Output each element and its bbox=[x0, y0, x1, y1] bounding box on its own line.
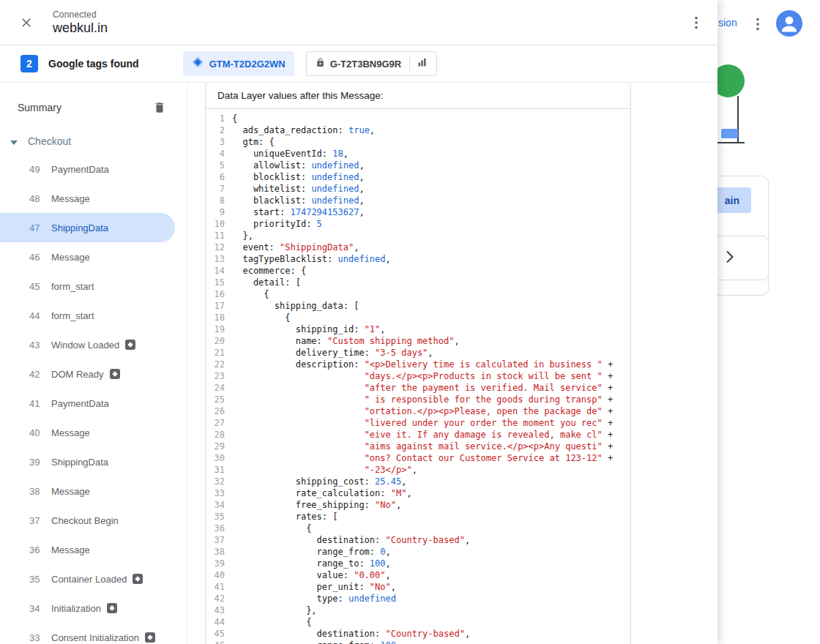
code-line: uniqueEventId: 18, bbox=[232, 148, 630, 160]
code-viewer[interactable]: 1{2 ads_data_redaction: true,3 gtm: {4 u… bbox=[206, 109, 630, 644]
event-label: Message bbox=[51, 544, 90, 555]
overlay-body: Summary Checkout 49PaymentData48Message4… bbox=[0, 83, 718, 644]
sidebar-event-item[interactable]: 41PaymentData bbox=[0, 389, 175, 418]
line-number: 41 bbox=[206, 581, 232, 593]
gtm-event-badge-icon bbox=[110, 369, 120, 379]
avatar[interactable] bbox=[776, 10, 802, 37]
panel-title: Data Layer values after this Message: bbox=[206, 83, 630, 109]
sidebar-event-item[interactable]: 34Initialization bbox=[0, 594, 175, 623]
line-number: 28 bbox=[206, 429, 232, 441]
code-line: detail: [ bbox=[232, 277, 630, 288]
code-line: delivery_time: "3-5 days", bbox=[232, 347, 630, 359]
event-number: 44 bbox=[29, 310, 48, 321]
chip-divider bbox=[409, 56, 410, 71]
connection-block: Connected webkul.in bbox=[53, 10, 108, 36]
illustration-blue-chip bbox=[721, 129, 738, 138]
event-number: 39 bbox=[29, 457, 48, 468]
gtm-tag-chip[interactable]: GTM-T2D2G2WN bbox=[183, 51, 294, 76]
code-line: "ortation.</p><p>Please, open the packag… bbox=[232, 405, 630, 417]
line-number: 18 bbox=[206, 312, 232, 323]
line-number: 25 bbox=[206, 394, 232, 405]
summary-row[interactable]: Summary bbox=[0, 96, 187, 119]
gtm-tag-id: GTM-T2D2G2WN bbox=[209, 59, 286, 70]
sidebar-event-item[interactable]: 42DOM Ready bbox=[0, 359, 175, 389]
sidebar-event-item[interactable]: 35Container Loaded bbox=[0, 564, 175, 594]
sidebar-event-item[interactable]: 38Message bbox=[0, 476, 175, 506]
event-label: Message bbox=[51, 193, 90, 204]
event-label: Message bbox=[51, 486, 90, 497]
overlay-header: Connected webkul.in bbox=[0, 0, 718, 45]
line-number: 24 bbox=[206, 382, 232, 394]
code-line: "livered under your order the moment you… bbox=[232, 417, 630, 429]
page-group-checkout[interactable]: Checkout bbox=[0, 128, 187, 154]
event-number: 43 bbox=[29, 340, 48, 351]
code-line: "eive it. If any damage is revealed, mak… bbox=[232, 429, 630, 441]
more-options-icon[interactable] bbox=[756, 18, 759, 34]
line-number: 17 bbox=[206, 300, 232, 312]
gtm-event-badge-icon bbox=[125, 340, 135, 350]
event-number: 47 bbox=[29, 222, 48, 233]
sidebar-event-item[interactable]: 44form_start bbox=[0, 301, 175, 330]
line-number: 3 bbox=[206, 136, 232, 148]
line-number: 5 bbox=[206, 160, 232, 171]
sidebar-event-item[interactable]: 49PaymentData bbox=[0, 154, 175, 184]
sidebar-event-item[interactable]: 43Window Loaded bbox=[0, 330, 175, 359]
line-number: 42 bbox=[206, 593, 232, 604]
code-line: type: undefined bbox=[232, 593, 630, 604]
clear-trash-icon[interactable] bbox=[153, 101, 166, 114]
summary-label: Summary bbox=[18, 102, 61, 113]
close-icon[interactable] bbox=[20, 16, 33, 29]
code-line: shipping_id: "1", bbox=[232, 323, 630, 335]
code-line: range_to: 100, bbox=[232, 558, 630, 569]
event-number: 41 bbox=[29, 398, 48, 409]
line-number: 12 bbox=[206, 242, 232, 253]
event-label: Message bbox=[51, 427, 90, 438]
event-label: ShippingData bbox=[51, 457, 108, 468]
code-line: { bbox=[232, 288, 630, 300]
main-content: Data Layer values after this Message: 1{… bbox=[187, 83, 718, 644]
code-line: range_from: 0, bbox=[232, 546, 630, 558]
line-number: 6 bbox=[206, 171, 232, 183]
sidebar-event-item[interactable]: 39ShippingData bbox=[0, 447, 175, 476]
line-number: 20 bbox=[206, 335, 232, 347]
line-number: 44 bbox=[206, 616, 232, 628]
sidebar-event-item[interactable]: 40Message bbox=[0, 418, 175, 447]
event-number: 45 bbox=[29, 281, 48, 292]
code-line: }, bbox=[232, 230, 630, 242]
line-number: 7 bbox=[206, 183, 232, 195]
sidebar-event-item[interactable]: 37Checkout Begin bbox=[0, 506, 175, 535]
code-line: shipping_data: [ bbox=[232, 300, 630, 312]
line-number: 36 bbox=[206, 523, 232, 534]
code-line: "ons? Contact our Customer Service at 12… bbox=[232, 452, 630, 464]
chevron-right-icon bbox=[726, 250, 734, 266]
line-number: 46 bbox=[206, 640, 232, 644]
page-group-label: Checkout bbox=[28, 135, 71, 147]
line-number: 9 bbox=[206, 206, 232, 218]
sidebar-event-item[interactable]: 33Consent Initialization bbox=[0, 623, 175, 644]
event-number: 38 bbox=[29, 486, 48, 497]
event-number: 40 bbox=[29, 427, 48, 438]
ga-tag-id: G-T2T3BN9G9R bbox=[330, 59, 402, 70]
event-label: Window Loaded bbox=[51, 340, 119, 351]
code-line: { bbox=[232, 616, 630, 628]
overlay-more-options-icon[interactable] bbox=[695, 16, 698, 29]
code-line: priorityId: 5 bbox=[232, 218, 630, 230]
event-sidebar: Summary Checkout 49PaymentData48Message4… bbox=[0, 83, 187, 644]
line-number: 27 bbox=[206, 417, 232, 429]
sidebar-event-item[interactable]: 48Message bbox=[0, 184, 175, 213]
code-line: blacklist: undefined, bbox=[232, 195, 630, 206]
ga-tag-chip[interactable]: G-T2T3BN9G9R bbox=[306, 51, 438, 76]
sidebar-event-item[interactable]: 45form_start bbox=[0, 272, 175, 301]
sidebar-event-item[interactable]: 36Message bbox=[0, 535, 175, 564]
code-line: event: "ShippingData", bbox=[232, 242, 630, 253]
code-line: tagTypeBlacklist: undefined, bbox=[232, 253, 630, 265]
tag-assistant-overlay: Connected webkul.in 2 Google tags found … bbox=[0, 0, 718, 644]
line-number: 29 bbox=[206, 441, 232, 452]
background-partial-link[interactable]: sion bbox=[718, 17, 737, 29]
line-number: 45 bbox=[206, 628, 232, 640]
sidebar-event-item[interactable]: 46Message bbox=[0, 242, 175, 272]
sidebar-event-item[interactable]: 47ShippingData bbox=[0, 213, 175, 242]
line-number: 4 bbox=[206, 148, 232, 160]
code-line: start: 1747294153627, bbox=[232, 206, 630, 218]
gtm-event-badge-icon bbox=[107, 603, 117, 613]
